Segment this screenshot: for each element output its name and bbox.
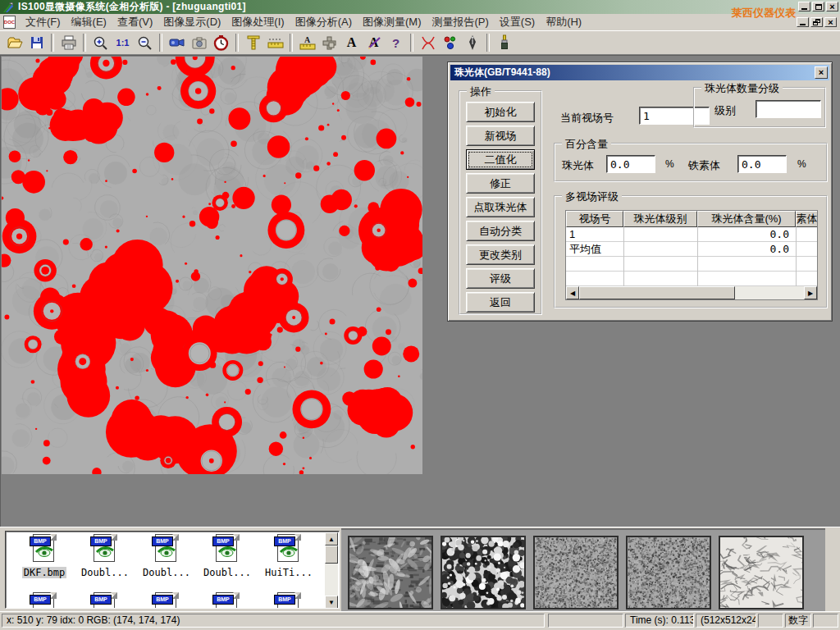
video-capture-button[interactable] [166, 33, 188, 53]
scroll-down-button[interactable]: ▼ [325, 596, 338, 609]
file-item-partial[interactable]: BMP [258, 592, 319, 609]
file-item-partial[interactable]: BMP [136, 592, 197, 609]
auto-classify-button[interactable]: 自动分类 [466, 221, 535, 241]
return-button[interactable]: 返回 [466, 292, 535, 313]
file-item[interactable]: BMP Doubl... [75, 534, 135, 578]
document-icon[interactable]: DOC [3, 16, 16, 29]
pearlite-percent-input[interactable] [606, 155, 655, 173]
open-folder-icon [7, 34, 23, 51]
current-field-label: 当前视场号 [560, 111, 614, 126]
grid-tool-button[interactable] [318, 33, 340, 53]
file-item-partial[interactable]: BMP [75, 592, 135, 609]
dialog-close-button[interactable]: × [815, 66, 828, 79]
table-row[interactable]: 1 0.0 [566, 227, 817, 242]
initialize-button[interactable]: 初始化 [466, 102, 535, 122]
status-image-size: (512x512x24) [696, 614, 756, 628]
column-header-field[interactable]: 视场号 [566, 211, 623, 227]
actual-size-button[interactable]: 1:1 [112, 33, 134, 53]
toolbar: 1:1 [0, 30, 840, 55]
scrollbar-track[interactable] [735, 286, 804, 299]
open-file-button[interactable] [3, 33, 25, 53]
separator [159, 34, 162, 52]
bmp-file-icon: BMP [212, 534, 242, 564]
table-horizontal-scrollbar[interactable]: ◀ ▶ [566, 286, 817, 299]
menu-item-file[interactable]: 文件(F) [21, 13, 65, 31]
measure-label-button[interactable]: A [296, 33, 318, 53]
minimize-button[interactable] [798, 2, 810, 11]
camera-icon [191, 36, 208, 50]
thumbnail-canvas [628, 537, 710, 608]
annotate-icon: A [369, 35, 379, 50]
ferrite-percent-input[interactable] [737, 155, 787, 173]
menu-item-help[interactable]: 帮助(H) [541, 13, 586, 31]
menu-bar: DOC 文件(F) 编辑(E) 查看(V) 图像显示(D) 图像处理(I) 图像… [0, 14, 840, 30]
maximize-button[interactable] [812, 2, 824, 11]
correct-button[interactable]: 修正 [466, 173, 535, 194]
scrollbar-thumb[interactable] [325, 546, 338, 564]
caliper-measure-button[interactable] [242, 33, 264, 53]
mdi-close-button[interactable]: × [824, 17, 837, 27]
menu-item-edit[interactable]: 编辑(E) [67, 13, 111, 31]
menu-item-image-processing[interactable]: 图像处理(I) [227, 13, 288, 31]
menu-item-image-display[interactable]: 图像显示(D) [159, 13, 225, 31]
file-item-partial[interactable]: BMP [14, 592, 75, 609]
scrollbar-thumb[interactable] [579, 286, 735, 299]
zoom-in-button[interactable] [89, 33, 112, 53]
menu-item-image-analysis[interactable]: 图像分析(A) [291, 13, 356, 31]
menu-item-image-measure[interactable]: 图像测量(M) [358, 13, 426, 31]
pen-tool-button[interactable] [461, 33, 483, 53]
multifield-table: 视场号 珠光体级别 珠光体含量(%) 铁素体含量(%) 1 0.0 平均值 [565, 210, 818, 300]
brush-tool-button[interactable] [493, 33, 515, 53]
thumbnail-item[interactable] [348, 536, 433, 609]
file-item[interactable]: BMP Doubl... [197, 534, 258, 578]
cell-ferrite [796, 227, 818, 241]
change-class-button[interactable]: 更改类别 [466, 244, 535, 265]
thumbnail-item[interactable] [626, 536, 711, 609]
column-header-ferrite[interactable]: 铁素体含量(%) [796, 211, 818, 227]
grading-group: 珠光体数量分级 级别 [693, 87, 826, 128]
scroll-up-button[interactable]: ▲ [325, 532, 338, 546]
menu-item-view[interactable]: 查看(V) [113, 13, 157, 31]
dialog-title-bar[interactable]: 珠光体(GB/T9441-88) × [450, 65, 829, 80]
file-item[interactable]: BMP HuiTi... [258, 534, 319, 578]
column-header-pearlite[interactable]: 珠光体含量(%) [697, 211, 796, 227]
file-browser-scrollbar[interactable]: ▲ ▼ [325, 532, 338, 609]
scroll-right-button[interactable]: ▶ [804, 286, 817, 299]
snapshot-button[interactable] [188, 33, 210, 53]
ruler-measure-button[interactable] [264, 33, 286, 53]
zoom-out-button[interactable] [134, 33, 156, 53]
table-row[interactable]: 平均值 0.0 [566, 242, 817, 257]
save-button[interactable] [25, 33, 48, 53]
thumbnail-item[interactable] [719, 536, 804, 609]
column-header-grade[interactable]: 珠光体级别 [623, 211, 697, 227]
curve-tool-button[interactable] [417, 33, 439, 53]
scroll-left-button[interactable]: ◀ [566, 286, 579, 299]
rate-button[interactable]: 评级 [466, 268, 535, 289]
zoom-in-icon [93, 35, 108, 51]
thumbnail-item[interactable] [533, 536, 619, 609]
minimize-icon [800, 24, 806, 25]
micrograph-canvas[interactable] [2, 57, 422, 474]
level-input[interactable] [756, 100, 821, 118]
timer-button[interactable] [210, 33, 232, 53]
cell-ferrite [796, 242, 818, 256]
menu-item-settings[interactable]: 设置(S) [495, 13, 539, 31]
bottom-panel: BMP DKF.bmp BMP Doubl... [0, 527, 840, 611]
file-item[interactable]: BMP DKF.bmp [14, 534, 75, 578]
pick-pearlite-button[interactable]: 点取珠光体 [466, 197, 535, 217]
file-item[interactable]: BMP Doubl... [136, 534, 197, 578]
close-button[interactable]: × [826, 2, 838, 11]
annotate-tool-button[interactable]: A [363, 33, 385, 53]
print-button[interactable] [57, 33, 80, 53]
file-name: Doubl... [75, 567, 135, 578]
new-field-button[interactable]: 新视场 [466, 126, 535, 146]
help-button[interactable]: ? [385, 33, 407, 53]
file-item-partial[interactable]: BMP [197, 592, 258, 609]
thumbnail-item[interactable] [441, 536, 526, 609]
mdi-restore-button[interactable] [810, 17, 823, 27]
particle-analysis-button[interactable] [439, 33, 461, 53]
menu-item-measure-report[interactable]: 测量报告(P) [427, 13, 492, 31]
binarize-button[interactable]: 二值化 [466, 149, 535, 170]
mdi-minimize-button[interactable] [797, 17, 809, 27]
text-tool-button[interactable]: A [340, 33, 363, 53]
